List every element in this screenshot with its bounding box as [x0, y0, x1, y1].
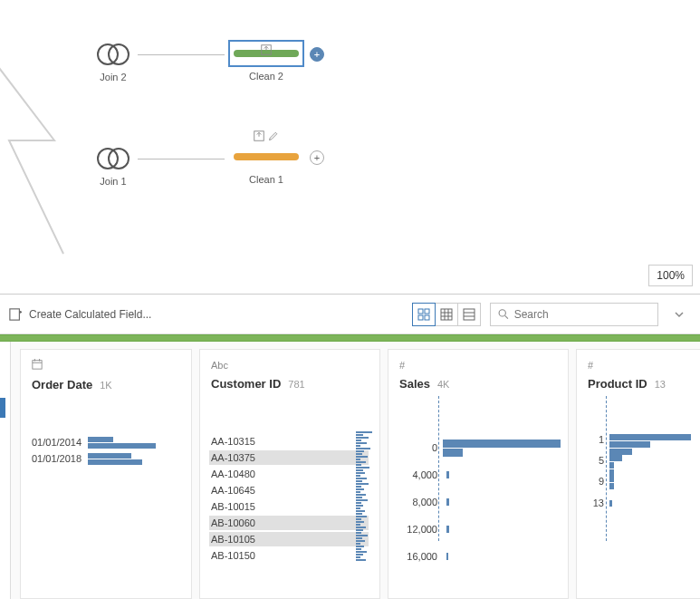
hist-row[interactable]: 01/01/2018 [32, 451, 180, 466]
node-label: Clean 2 [249, 71, 283, 82]
node-join2[interactable]: Join 2 [95, 41, 131, 82]
clean-step-icon [228, 40, 304, 67]
flow-connector [138, 159, 225, 159]
hist-bar [446, 498, 449, 506]
field-title: Order Date [32, 378, 92, 391]
hist-row[interactable]: AA-10375 [209, 450, 369, 465]
node-clean2[interactable]: Clean 2 + [228, 40, 304, 82]
svg-rect-6 [10, 308, 20, 319]
hist-row[interactable]: AB-10060 [209, 516, 369, 530]
profile-toolbar: Create Calculated Field... [0, 295, 700, 334]
svg-rect-11 [441, 309, 452, 320]
more-options-button[interactable] [667, 303, 691, 326]
svg-rect-10 [425, 315, 429, 320]
date-icon [32, 361, 43, 372]
hist-row[interactable]: 01/01/2014 [32, 435, 180, 449]
field-title: Customer ID [211, 377, 281, 391]
node-label: Join 1 [100, 176, 126, 187]
svg-rect-21 [33, 361, 42, 369]
field-count: 781 [288, 379, 304, 390]
hist-row[interactable]: AA-10645 [211, 483, 369, 498]
hist-row[interactable]: AB-10150 [211, 548, 369, 563]
search-icon [498, 308, 509, 320]
hist-bar [446, 471, 449, 478]
hist-row[interactable]: 9 [588, 476, 700, 489]
selection-indicator [0, 398, 5, 418]
field-card-customer-id[interactable]: Abc Customer ID 781 AA-10315 AA-10375 AA… [199, 349, 380, 599]
node-label: Clean 1 [249, 174, 283, 185]
node-clean1[interactable]: Clean 1 + [228, 143, 304, 185]
hist-bar [88, 453, 131, 459]
hist-bar [443, 449, 463, 457]
field-count: 1K [100, 380, 111, 391]
hist-row[interactable]: 13 [588, 489, 700, 517]
axis-line [438, 396, 439, 541]
svg-rect-16 [464, 309, 475, 320]
svg-rect-9 [418, 315, 423, 320]
flow-connector [138, 54, 225, 55]
scroll-left-gutter[interactable] [0, 342, 11, 599]
hist-row[interactable]: AB-10105 [209, 532, 369, 546]
profile-pane: Order Date 1K 01/01/2014 01/01/2018 [0, 334, 700, 599]
field-card-product-id[interactable]: # Product ID 13 1 5 [576, 349, 700, 599]
hist-bar [88, 443, 156, 449]
hist-row[interactable]: 5 [588, 455, 700, 476]
search-field[interactable] [490, 303, 658, 326]
clean-step-icon [228, 143, 304, 170]
field-card-sales[interactable]: # Sales 4K 0 4,000 8,000 12,000 [388, 349, 569, 599]
search-input[interactable] [514, 308, 650, 321]
step-color-strip [0, 334, 700, 342]
field-title: Sales [399, 377, 430, 391]
node-label: Join 2 [100, 72, 126, 82]
number-icon: # [588, 360, 593, 371]
data-grid-view-button[interactable] [435, 303, 458, 326]
number-icon: # [399, 360, 405, 371]
hist-row[interactable]: 4,000 [399, 461, 557, 488]
recommendations-icon [261, 44, 272, 55]
field-title: Product ID [588, 377, 647, 391]
mini-distribution [356, 431, 374, 561]
node-join1[interactable]: Join 1 [95, 145, 131, 187]
hist-label: 01/01/2018 [32, 453, 82, 464]
calc-label: Create Calculated Field... [29, 308, 151, 321]
svg-rect-7 [418, 309, 423, 314]
hist-bar [443, 440, 561, 448]
field-count: 4K [437, 379, 449, 390]
hist-row[interactable]: AB-10015 [211, 499, 369, 514]
profile-view-button[interactable] [412, 303, 436, 326]
svg-point-19 [499, 310, 505, 316]
hist-row[interactable]: 0 [399, 434, 557, 461]
flow-canvas[interactable]: Join 2 Clean 2 + Join 1 Clean 1 + [0, 0, 700, 295]
hist-bar [88, 459, 142, 465]
hist-label: 01/01/2014 [32, 437, 82, 448]
hist-bar [446, 526, 449, 533]
field-count: 13 [655, 379, 666, 390]
recommendations-icon [254, 130, 279, 141]
view-mode-group [412, 303, 481, 326]
string-icon: Abc [211, 360, 228, 371]
add-step-button[interactable]: + [310, 150, 324, 165]
hist-row[interactable]: AA-10480 [211, 467, 369, 481]
join-icon [95, 41, 131, 68]
hist-row[interactable]: 1 [588, 434, 700, 455]
hist-bar [446, 553, 448, 560]
hist-bar [88, 437, 113, 442]
svg-line-20 [505, 315, 508, 318]
field-card-order-date[interactable]: Order Date 1K 01/01/2014 01/01/2018 [20, 349, 192, 599]
hist-row[interactable]: 12,000 [399, 516, 557, 543]
hist-row[interactable]: AA-10315 [211, 434, 369, 449]
join-icon [95, 145, 131, 172]
create-calculated-field-button[interactable]: Create Calculated Field... [9, 308, 151, 321]
hist-row[interactable]: 16,000 [399, 543, 557, 570]
list-view-button[interactable] [457, 303, 481, 326]
svg-rect-8 [425, 309, 429, 314]
add-step-button[interactable]: + [310, 47, 324, 62]
axis-line [606, 396, 607, 541]
zoom-level[interactable]: 100% [648, 265, 693, 286]
hist-row[interactable]: 8,000 [399, 488, 557, 516]
calc-field-icon [9, 308, 22, 321]
